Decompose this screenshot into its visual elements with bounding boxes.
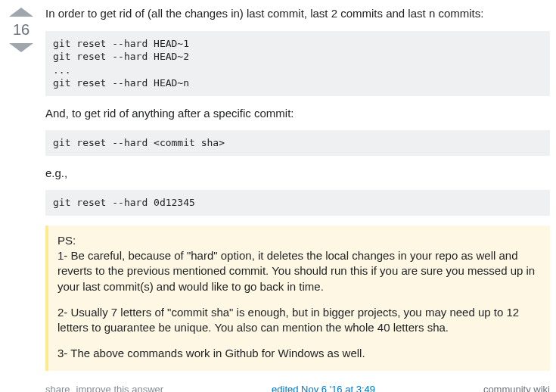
vote-column: 16 <box>6 6 36 392</box>
vote-score: 16 <box>13 21 30 39</box>
code-block-reset-sha: git reset --hard <commit sha> <box>45 130 550 156</box>
downvote-icon[interactable] <box>9 43 33 52</box>
menu-left: share improve this answer <box>45 384 163 392</box>
answer-container: 16 In order to get rid of (all the chang… <box>0 6 556 392</box>
wiki-info: community wiki 2 revs Alisa <box>483 384 550 392</box>
code-block-example: git reset --hard 0d12345 <box>45 190 550 216</box>
ps-item-3: 3- The above commands work in Github for… <box>57 346 541 361</box>
paragraph-eg: e.g., <box>45 166 550 181</box>
ps-item-2: 2- Usually 7 letters of "commit sha" is … <box>57 305 541 336</box>
prose: In order to get rid of (all the changes … <box>45 6 550 371</box>
paragraph-after: And, to get rid of anything after a spec… <box>45 106 550 121</box>
ps-label: PS: <box>57 234 76 247</box>
upvote-icon[interactable] <box>9 8 33 17</box>
community-wiki-label: community wiki <box>483 384 550 392</box>
code-block-reset-n: git reset --hard HEAD~1 git reset --hard… <box>45 31 550 96</box>
ps-note: PS: 1- Be careful, because of "hard" opt… <box>45 226 550 371</box>
answer-body: In order to get rid of (all the changes … <box>45 6 550 392</box>
share-link[interactable]: share <box>45 384 70 392</box>
answer-menu: share improve this answer edited Nov 6 '… <box>45 381 550 392</box>
edited-link[interactable]: edited Nov 6 '16 at 3:49 <box>272 384 375 392</box>
ps-item-1: 1- Be careful, because of "hard" option,… <box>57 249 535 293</box>
paragraph-intro: In order to get rid of (all the changes … <box>45 6 550 21</box>
improve-link[interactable]: improve this answer <box>76 384 164 392</box>
